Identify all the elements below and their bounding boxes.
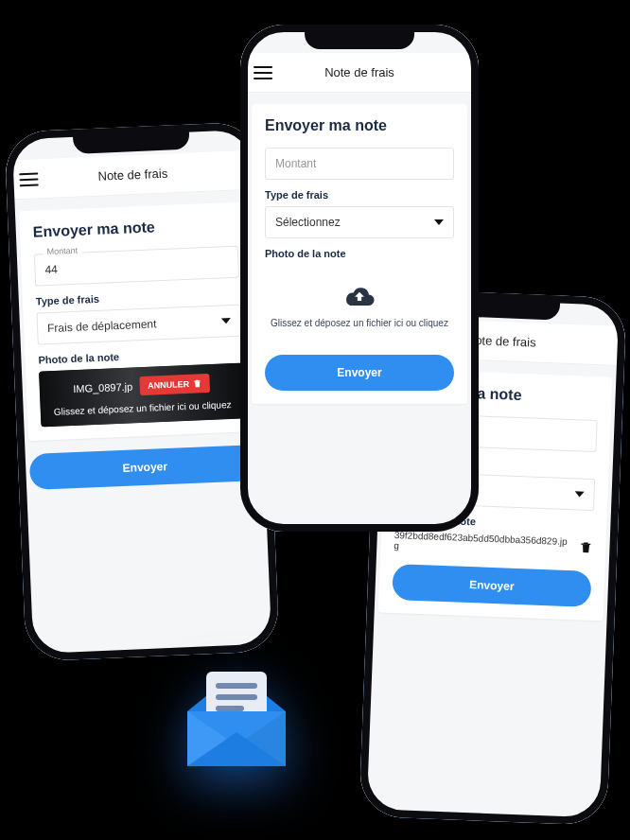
send-button[interactable]: Envoyer xyxy=(29,445,261,490)
send-button[interactable]: Envoyer xyxy=(265,355,454,391)
svg-rect-2 xyxy=(216,694,257,700)
app-title: Note de frais xyxy=(324,65,394,79)
upload-dropzone[interactable]: IMG_0897.jp ANNULER Glissez et déposez u… xyxy=(39,363,245,428)
app-bar: Note de frais xyxy=(240,53,479,93)
phone-notch xyxy=(73,125,190,154)
file-name: 39f2bdd8edf623ab5dd50dbba356d829.jpg xyxy=(394,530,572,557)
amount-placeholder: Montant xyxy=(275,157,316,170)
type-select[interactable]: Sélectionnez xyxy=(265,206,454,238)
phone-mockup-left: Note de frais Envoyer ma note Montant 44… xyxy=(4,122,279,662)
type-value: Frais de déplacement xyxy=(47,317,157,335)
chevron-down-icon xyxy=(575,491,585,497)
svg-rect-1 xyxy=(216,683,257,689)
amount-field-wrap: Montant 44 xyxy=(34,246,239,287)
phone-notch xyxy=(305,25,414,49)
form-heading: Envoyer ma note xyxy=(265,117,454,134)
chevron-down-icon xyxy=(221,318,231,324)
file-row: 39f2bdd8edf623ab5dd50dbba356d829.jpg xyxy=(394,530,593,558)
upload-dropzone[interactable]: Glissez et déposez un fichier ici ou cli… xyxy=(265,267,454,341)
send-button[interactable]: Envoyer xyxy=(392,564,591,607)
chevron-down-icon xyxy=(434,219,444,225)
cancel-upload-button[interactable]: ANNULER xyxy=(140,374,211,395)
menu-icon[interactable] xyxy=(254,66,272,79)
content: Envoyer ma note Montant 44 Type de frais… xyxy=(7,190,279,662)
screen: Note de frais Envoyer ma note Montant 44… xyxy=(4,122,279,662)
cloud-upload-icon xyxy=(343,284,376,308)
phone-mockup-center: Note de frais Envoyer ma note Montant Ty… xyxy=(240,25,479,532)
mail-envelope-icon xyxy=(170,634,303,776)
app-title: Note de frais xyxy=(97,166,167,184)
file-name: IMG_0897.jp xyxy=(73,380,132,394)
type-select[interactable]: Frais de déplacement xyxy=(36,305,241,345)
trash-icon[interactable] xyxy=(579,540,593,556)
cancel-label: ANNULER xyxy=(148,379,189,391)
screen: Note de frais Envoyer ma note Montant Ty… xyxy=(240,25,479,532)
photo-label: Photo de la note xyxy=(38,346,242,366)
amount-input[interactable]: Montant xyxy=(265,148,454,180)
amount-label: Montant xyxy=(44,246,82,257)
svg-rect-3 xyxy=(216,706,244,711)
form-heading: Envoyer ma note xyxy=(32,216,237,241)
content: Envoyer ma note Montant Type de frais Sé… xyxy=(240,93,479,532)
photo-label: Photo de la note xyxy=(265,248,454,259)
type-label: Type de frais xyxy=(265,189,454,201)
type-value: Sélectionnez xyxy=(275,216,341,229)
menu-icon[interactable] xyxy=(19,172,39,186)
amount-value: 44 xyxy=(44,263,58,277)
upload-hint: Glissez et déposez un fichier ici ou cli… xyxy=(271,318,448,328)
type-label: Type de frais xyxy=(36,288,240,307)
trash-icon xyxy=(193,378,202,388)
form-card: Envoyer ma note Montant Type de frais Sé… xyxy=(252,104,467,404)
form-card: Envoyer ma note Montant 44 Type de frais… xyxy=(19,201,259,441)
